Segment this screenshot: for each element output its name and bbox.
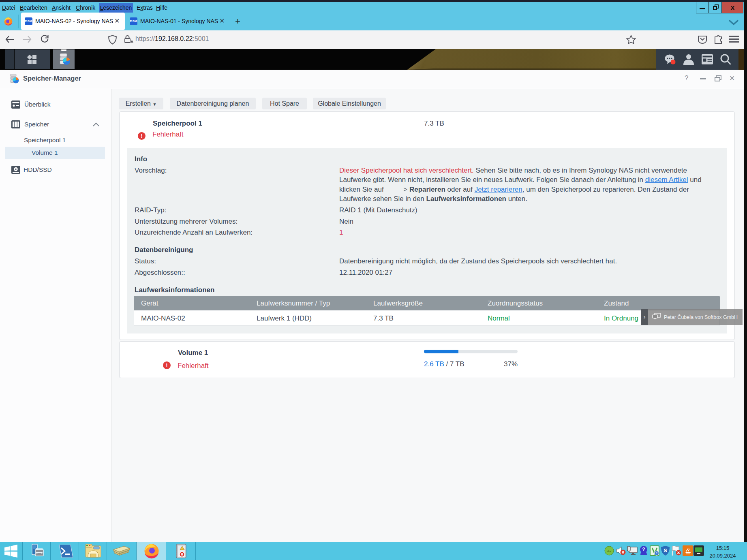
svg-text:S: S [664,547,667,554]
svg-text:?: ? [656,551,658,555]
svg-text:sbx: sbx [607,550,612,553]
svg-text:?: ? [642,547,645,552]
